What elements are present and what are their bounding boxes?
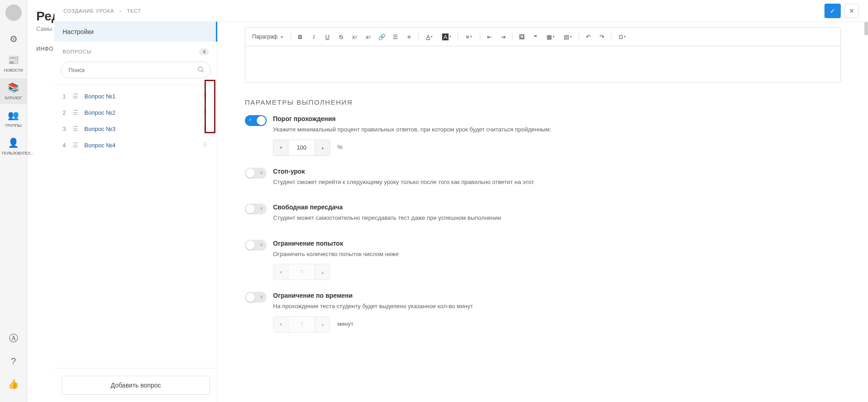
left-panel: Настройки ВОПРОСЫ 4 1 ☰ Вопрос №1 ⠿ — [54, 22, 218, 402]
drag-handle-icon[interactable]: ⠿ — [201, 92, 209, 101]
threshold-input-group: ▾ ▴ — [273, 140, 330, 156]
attempts-value[interactable] — [288, 264, 315, 280]
param-threshold: ✓ Порог прохождения Укажите минимальный … — [245, 115, 841, 156]
close-button[interactable]: ✕ — [844, 4, 859, 18]
questions-header: ВОПРОСЫ 4 — [54, 42, 217, 62]
x-icon: ✕ — [259, 294, 263, 300]
question-item[interactable]: 1 ☰ Вопрос №1 ⠿ — [54, 88, 217, 104]
drag-handle-icon[interactable]: ⠿ — [201, 124, 209, 133]
redo-button[interactable]: ↷ — [595, 30, 608, 43]
x-icon: ✕ — [259, 170, 263, 176]
settings-tab[interactable]: Настройки — [54, 22, 217, 42]
question-label: Вопрос №1 — [84, 93, 201, 100]
nav-help[interactable]: ? — [6, 353, 21, 371]
nav-gear[interactable]: ⚙ — [0, 30, 27, 49]
confirm-button[interactable]: ✓ — [824, 4, 841, 18]
drag-handle-icon[interactable]: ⠿ — [201, 108, 209, 117]
nav-like[interactable]: 👍 — [6, 375, 21, 394]
like-icon: 👍 — [8, 378, 19, 389]
scrollbar-thumb[interactable] — [864, 22, 868, 35]
link-button[interactable]: 🔗 — [375, 30, 388, 43]
nav-users[interactable]: 👤 ПОЛЬЗОВАТЕЛ... — [0, 134, 27, 160]
attempts-toggle[interactable]: ✕ — [245, 240, 267, 251]
superscript-button[interactable]: x2 — [362, 30, 375, 43]
align-button[interactable]: ≡ — [461, 30, 477, 43]
attempts-desc: Ограничить количество попыток числом ниж… — [273, 250, 841, 259]
attempts-input-group: ▾ ▴ — [273, 264, 330, 280]
ordered-list-button[interactable]: ≡ — [403, 30, 415, 43]
editor-content[interactable] — [245, 46, 840, 82]
bold-button[interactable]: B — [294, 30, 307, 43]
editor-toolbar: Параграф B I U S x2 x2 🔗 ☰ ≡ A A ≡ — [245, 28, 840, 46]
question-list: 1 ☰ Вопрос №1 ⠿ 2 ☰ Вопрос №2 ⠿ 3 ☰ Вопр… — [54, 85, 217, 368]
param-attempts: ✕ Ограничение попыток Ограничить количес… — [245, 240, 841, 281]
table-button[interactable]: ▦ — [542, 30, 559, 43]
threshold-decrement[interactable]: ▾ — [273, 140, 288, 155]
svg-line-1 — [202, 70, 203, 72]
nav-rail: ⚙ 📰 НОВОСТИ 📚 КАТАЛОГ 👥 ГРУППЫ 👤 ПОЛЬЗОВ… — [0, 0, 27, 402]
subscript-button[interactable]: x2 — [348, 30, 361, 43]
lesson-modal: СОЗДАНИЕ УРОКА › ТЕСТ ✓ ✕ Настройки ВОПР… — [54, 0, 868, 402]
undo-button[interactable]: ↶ — [582, 30, 595, 43]
threshold-toggle[interactable]: ✓ — [245, 115, 267, 126]
italic-button[interactable]: I — [307, 30, 320, 43]
outdent-button[interactable]: ⇤ — [483, 30, 496, 43]
stop-toggle[interactable]: ✕ — [245, 168, 267, 179]
time-unit: минут — [337, 320, 354, 327]
breadcrumb-part1[interactable]: СОЗДАНИЕ УРОКА — [63, 8, 114, 14]
add-question-button[interactable]: Добавить вопрос — [62, 376, 210, 395]
embed-button[interactable]: ▧ — [560, 30, 576, 43]
stop-title: Стоп-урок — [273, 168, 841, 175]
time-decrement[interactable]: ▾ — [273, 317, 288, 332]
omega-button[interactable]: Ω — [614, 30, 630, 43]
bg-color-button[interactable]: A — [439, 30, 455, 43]
svg-point-0 — [198, 67, 202, 71]
question-num: 4 — [63, 142, 70, 149]
question-label: Вопрос №4 — [84, 142, 201, 149]
x-icon: ✕ — [259, 242, 263, 248]
nav-groups[interactable]: 👥 ГРУППЫ — [0, 106, 27, 132]
nav-catalog[interactable]: 📚 КАТАЛОГ — [0, 78, 27, 104]
attempts-decrement[interactable]: ▾ — [273, 264, 288, 280]
search-input[interactable] — [61, 62, 211, 78]
time-toggle[interactable]: ✕ — [245, 292, 267, 303]
paragraph-select[interactable]: Параграф — [249, 32, 287, 42]
search-icon[interactable] — [197, 66, 205, 74]
retake-toggle[interactable]: ✕ — [245, 203, 267, 214]
stop-desc: Студент сможет перейти к следующему урок… — [273, 178, 841, 187]
content-area: Параграф B I U S x2 x2 🔗 ☰ ≡ A A ≡ — [218, 22, 868, 402]
question-item[interactable]: 3 ☰ Вопрос №3 ⠿ — [54, 121, 217, 137]
param-stop: ✕ Стоп-урок Студент сможет перейти к сле… — [245, 168, 841, 192]
rich-text-editor: Параграф B I U S x2 x2 🔗 ☰ ≡ A A ≡ — [245, 27, 841, 83]
image-button[interactable]: 🖼 — [515, 30, 528, 43]
background-page: Ред Самы ИНФО — [27, 0, 54, 402]
bullet-list-button[interactable]: ☰ — [389, 30, 402, 43]
quote-button[interactable]: ❝ — [529, 30, 541, 43]
time-value[interactable] — [288, 317, 315, 332]
text-color-button[interactable]: A — [421, 30, 438, 43]
attempts-increment[interactable]: ▴ — [315, 264, 330, 280]
threshold-value[interactable] — [288, 140, 315, 155]
strike-button[interactable]: S — [335, 30, 347, 43]
retake-title: Свободная пересдача — [273, 203, 841, 211]
nav-news[interactable]: 📰 НОВОСТИ — [0, 51, 27, 77]
news-icon: 📰 — [2, 54, 25, 65]
question-item[interactable]: 4 ☰ Вопрос №4 ⠿ — [54, 137, 217, 153]
breadcrumb: СОЗДАНИЕ УРОКА › ТЕСТ — [63, 8, 141, 14]
time-input-group: ▾ ▴ — [273, 316, 330, 333]
nav-font[interactable]: Ⓐ — [6, 329, 21, 349]
gear-icon: ⚙ — [2, 34, 25, 44]
underline-button[interactable]: U — [321, 30, 334, 43]
question-type-icon: ☰ — [73, 109, 82, 116]
drag-handle-icon[interactable]: ⠿ — [201, 140, 209, 150]
avatar[interactable] — [5, 5, 22, 21]
bg-title: Ред — [36, 9, 54, 24]
nav-catalog-label: КАТАЛОГ — [5, 96, 22, 100]
question-item[interactable]: 2 ☰ Вопрос №2 ⠿ — [54, 104, 217, 121]
question-num: 3 — [63, 126, 70, 132]
time-increment[interactable]: ▴ — [315, 317, 330, 332]
threshold-increment[interactable]: ▴ — [315, 140, 330, 155]
help-icon: ? — [8, 356, 19, 367]
indent-button[interactable]: ⇥ — [497, 30, 509, 43]
section-title: ПАРАМЕТРЫ ВЫПОЛНЕНИЯ — [245, 98, 841, 106]
